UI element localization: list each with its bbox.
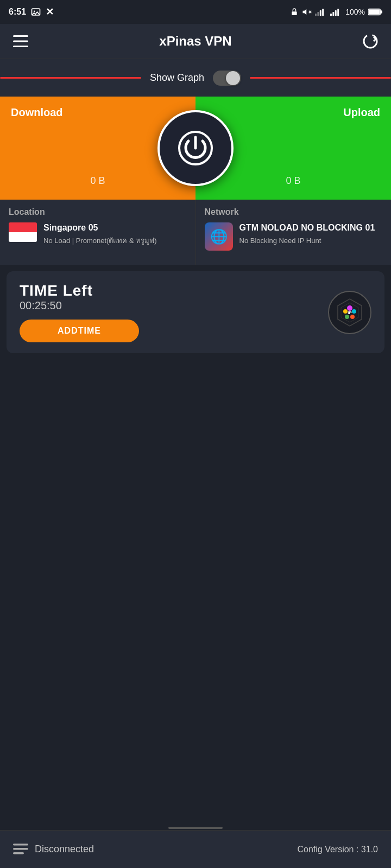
- app-logo: IP: [328, 291, 371, 334]
- lock-icon: [290, 7, 299, 17]
- time-value: 00:25:50: [20, 299, 139, 312]
- menu-button[interactable]: [11, 31, 30, 51]
- network-card[interactable]: Network 🌐 GTM NOLOAD NO BLOCKING 01 No B…: [196, 200, 392, 265]
- location-name: Singapore 05: [43, 222, 187, 234]
- app-title: xPinas VPN: [159, 34, 231, 49]
- singapore-flag: [9, 222, 37, 242]
- svg-rect-15: [369, 9, 380, 14]
- svg-rect-6: [315, 14, 317, 16]
- network-body: 🌐 GTM NOLOAD NO BLOCKING 01 No Blocking …: [205, 222, 383, 251]
- time-display: 6:51: [9, 7, 26, 17]
- status-icons: 100%: [290, 7, 382, 17]
- status-bar: 6:51 ✕ 100%: [0, 0, 391, 24]
- location-desc: No Load | Promonet(ตัแทค & ทรูมูฟ): [43, 236, 187, 246]
- svg-rect-17: [13, 35, 28, 37]
- bottom-left: Disconnected: [13, 844, 94, 856]
- scroll-indicator: [168, 827, 223, 829]
- time-left-block: TIME Left 00:25:50 ADDTIME: [20, 282, 139, 342]
- show-graph-row: Show Graph: [0, 59, 391, 97]
- svg-rect-32: [13, 852, 24, 854]
- svg-rect-31: [13, 848, 28, 850]
- svg-rect-18: [13, 41, 28, 42]
- svg-marker-3: [303, 9, 307, 15]
- svg-point-26: [350, 315, 355, 319]
- top-nav: xPinas VPN: [0, 24, 391, 59]
- download-value: 0 B: [90, 175, 105, 187]
- power-icon: [176, 129, 215, 167]
- svg-rect-11: [333, 12, 335, 16]
- bottom-bar: Disconnected Config Version : 31.0: [0, 830, 391, 868]
- config-version-label: Config Version : 31.0: [297, 845, 378, 854]
- signal2-icon: [330, 7, 342, 17]
- network-title: Network: [205, 207, 383, 217]
- svg-rect-8: [320, 10, 321, 16]
- location-title: Location: [9, 207, 187, 217]
- image-icon: [30, 7, 41, 17]
- svg-point-25: [352, 309, 356, 314]
- location-body: Singapore 05 No Load | Promonet(ตัแทค & …: [9, 222, 187, 246]
- network-text-block: GTM NOLOAD NO BLOCKING 01 No Blocking Ne…: [239, 222, 383, 246]
- battery-icon: [368, 8, 382, 16]
- svg-point-27: [345, 315, 349, 319]
- mute-icon: [302, 7, 312, 17]
- status-time: 6:51 ✕: [9, 6, 54, 18]
- config-version-block: Config Version : 31.0: [297, 845, 378, 854]
- svg-rect-19: [13, 46, 28, 47]
- show-graph-toggle[interactable]: [213, 71, 241, 86]
- graph-line-left: [0, 77, 141, 79]
- svg-point-20: [364, 35, 377, 48]
- svg-point-1: [34, 11, 35, 12]
- disconnected-status: Disconnected: [35, 844, 94, 855]
- svg-rect-10: [330, 14, 332, 16]
- info-row: Location Singapore 05 No Load | Promonet…: [0, 200, 391, 265]
- signal-icon: [315, 7, 327, 17]
- graph-line-right: [250, 77, 391, 79]
- svg-rect-30: [13, 844, 28, 846]
- toggle-knob: [226, 71, 240, 85]
- refresh-button[interactable]: [361, 31, 380, 51]
- svg-rect-9: [322, 9, 324, 16]
- svg-rect-12: [335, 10, 337, 16]
- globe-icon: 🌐: [205, 222, 233, 251]
- upload-value: 0 B: [286, 175, 300, 187]
- svg-rect-7: [318, 12, 319, 16]
- close-icon[interactable]: ✕: [46, 6, 54, 18]
- addtime-button[interactable]: ADDTIME: [20, 320, 139, 342]
- upload-label: Upload: [343, 106, 380, 119]
- time-card: TIME Left 00:25:50 ADDTIME IP: [7, 271, 384, 353]
- svg-rect-2: [292, 11, 297, 15]
- disconnect-icon: [13, 844, 28, 856]
- svg-point-28: [343, 309, 348, 314]
- network-desc: No Blocking Need IP Hunt: [239, 236, 383, 246]
- power-button[interactable]: [157, 110, 234, 186]
- svg-rect-16: [381, 10, 382, 14]
- location-card[interactable]: Location Singapore 05 No Load | Promonet…: [0, 200, 196, 265]
- svg-rect-13: [337, 9, 339, 16]
- battery-text: 100%: [345, 8, 365, 16]
- power-button-wrapper: [157, 110, 234, 186]
- stats-row: Download 0 B Upload 0 B: [0, 97, 391, 200]
- location-text-block: Singapore 05 No Load | Promonet(ตัแทค & …: [43, 222, 187, 246]
- network-name: GTM NOLOAD NO BLOCKING 01: [239, 222, 383, 234]
- show-graph-label: Show Graph: [150, 72, 204, 84]
- time-label: TIME Left: [20, 282, 139, 299]
- svg-text:IP: IP: [348, 310, 352, 315]
